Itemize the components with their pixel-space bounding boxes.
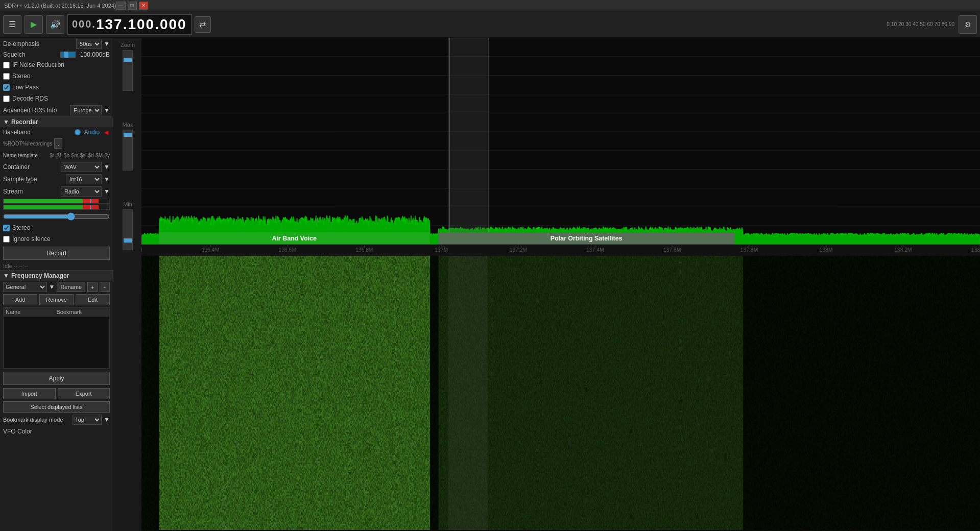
bookmark-header: Name Bookmark: [4, 308, 109, 317]
vfo-color-label: VFO Color: [3, 428, 110, 435]
deemphasis-select[interactable]: 50us 75us: [76, 39, 102, 49]
squelch-label: Squelch: [3, 51, 58, 58]
max-control: Max: [123, 122, 133, 171]
spectrum-canvas: [113, 38, 980, 531]
minimize-button[interactable]: —: [116, 2, 126, 10]
signal-scale: 0 10 20 30 40 50 60 70 80 90: [887, 21, 954, 27]
advanced-rds-select[interactable]: Europe US: [70, 105, 102, 115]
audio-label: Audio: [84, 129, 100, 136]
fm-list-select[interactable]: General: [3, 282, 47, 292]
sample-type-row: Sample type Int16 Float32 ▼: [0, 173, 113, 185]
volume-bar-1: [3, 199, 110, 204]
bookmark-display-mode-row: Bookmark display mode Top Bottom None ▼: [0, 414, 113, 426]
titlebar-controls: — □ ✕: [116, 2, 148, 10]
lowpass-row: Low Pass: [0, 82, 113, 93]
decode-rds-checkbox[interactable]: [3, 95, 10, 102]
bdm-arrow-icon: ▼: [104, 416, 110, 423]
container-row: Container WAV ZST ▼: [0, 161, 113, 173]
decode-rds-label: Decode RDS: [12, 95, 48, 102]
min-label: Min: [123, 201, 132, 207]
advanced-rds-arrow: ▼: [104, 107, 110, 114]
edit-button[interactable]: Edit: [76, 294, 110, 305]
fm-general-row: General ▼ Rename + -: [0, 281, 113, 293]
stream-select[interactable]: Radio Baseband: [61, 186, 102, 197]
bookmark-table: Name Bookmark: [3, 307, 110, 369]
name-column-header: Name: [6, 309, 57, 315]
freq-manager-arrow-icon: ▼: [3, 272, 9, 279]
stream-arrow-icon: ▼: [104, 188, 110, 195]
bookmark-display-mode-label: Bookmark display mode: [3, 417, 70, 423]
baseband-row: Baseband Audio ◄: [0, 127, 113, 137]
lowpass-label: Low Pass: [12, 84, 39, 91]
freq-manager-section-header[interactable]: ▼ Frequency Manager: [0, 270, 113, 281]
lowpass-checkbox[interactable]: [3, 84, 10, 91]
container-select[interactable]: WAV ZST: [61, 162, 102, 172]
settings-button[interactable]: ⚙: [959, 15, 977, 34]
toolbar-right: 0 10 20 30 40 50 60 70 80 90 ⚙: [887, 15, 977, 34]
maximize-button[interactable]: □: [128, 2, 137, 10]
zoom-slider[interactable]: [123, 50, 133, 91]
zoom-control: Zoom: [121, 42, 135, 91]
spectrum-panel: Zoom Max Min: [113, 38, 980, 531]
volume-icon: 🔊: [50, 19, 60, 29]
remove-list-button[interactable]: -: [100, 282, 110, 292]
rename-button[interactable]: Rename: [57, 282, 85, 292]
play-button[interactable]: ▶: [25, 15, 43, 34]
stereo-recorder-checkbox[interactable]: [3, 225, 10, 231]
if-noise-checkbox[interactable]: [3, 62, 10, 68]
stereo-top-checkbox[interactable]: [3, 73, 10, 80]
stream-label: Stream: [3, 188, 59, 195]
ignore-silence-checkbox[interactable]: [3, 236, 10, 243]
volume-bars: [0, 198, 113, 211]
main-layout: De-emphasis 50us 75us ▼ Squelch -100.000…: [0, 38, 980, 531]
vfo-color-row: VFO Color: [0, 426, 113, 437]
container-arrow-icon: ▼: [104, 163, 110, 171]
deemphasis-row: De-emphasis 50us 75us ▼: [0, 38, 113, 50]
volume-indicator-1: [90, 199, 91, 203]
volume-slider[interactable]: [3, 213, 110, 220]
select-displayed-lists-button[interactable]: Select displayed lists: [3, 401, 110, 413]
add-list-button[interactable]: +: [87, 282, 98, 292]
swap-button[interactable]: ⇄: [195, 16, 211, 33]
import-button[interactable]: Import: [3, 388, 56, 399]
baseband-label: Baseband: [3, 129, 71, 136]
deemphasis-label: De-emphasis: [3, 40, 74, 47]
recordings-path: %ROOT%/recordings: [3, 141, 52, 147]
name-template-row: Name template $t_$f_$h-$m-$s_$d-$M-$y: [0, 150, 113, 161]
volume-knob-row: [0, 211, 113, 222]
stereo-recorder-row: Stereo: [0, 222, 113, 233]
recorder-arrow-icon: ▼: [3, 118, 9, 126]
import-export-row: Import Export: [0, 387, 113, 400]
more-button[interactable]: ...: [54, 138, 62, 149]
add-remove-row: Add Remove Edit: [0, 293, 113, 306]
record-button[interactable]: Record: [3, 247, 110, 260]
recordings-path-row: %ROOT%/recordings ...: [0, 137, 113, 150]
bookmark-display-mode-select[interactable]: Top Bottom None: [73, 415, 102, 425]
zoom-label: Zoom: [121, 42, 135, 48]
min-slider[interactable]: [123, 209, 133, 250]
record-arrow-icon: ◄: [103, 128, 110, 136]
recorder-section-header[interactable]: ▼ Recorder: [0, 116, 113, 127]
squelch-slider[interactable]: [60, 52, 76, 58]
titlebar: SDR++ v1.2.0 (Built at 20:16:15, Jun 4 2…: [0, 0, 980, 11]
stereo-recorder-label: Stereo: [12, 224, 30, 231]
sample-type-arrow-icon: ▼: [104, 176, 110, 183]
sample-type-select[interactable]: Int16 Float32: [66, 174, 102, 184]
max-slider[interactable]: [123, 130, 133, 171]
apply-button[interactable]: Apply: [3, 372, 110, 385]
menu-button[interactable]: ☰: [3, 15, 21, 34]
min-control: Min: [123, 201, 133, 250]
name-template-value: $t_$f_$h-$m-$s_$d-$M-$y: [50, 153, 110, 158]
ignore-silence-row: Ignore silence: [0, 233, 113, 245]
left-panel: De-emphasis 50us 75us ▼ Squelch -100.000…: [0, 38, 113, 531]
export-button[interactable]: Export: [58, 388, 110, 399]
close-button[interactable]: ✕: [139, 2, 148, 10]
remove-button[interactable]: Remove: [39, 294, 74, 305]
idle-status: Idle --:--:--: [0, 262, 113, 270]
stream-row: Stream Radio Baseband ▼: [0, 185, 113, 198]
volume-button[interactable]: 🔊: [46, 15, 64, 34]
volume-bar-2: [3, 205, 110, 210]
add-button[interactable]: Add: [3, 294, 37, 305]
decode-rds-row: Decode RDS: [0, 93, 113, 104]
squelch-row: Squelch -100.000dB: [0, 50, 113, 59]
